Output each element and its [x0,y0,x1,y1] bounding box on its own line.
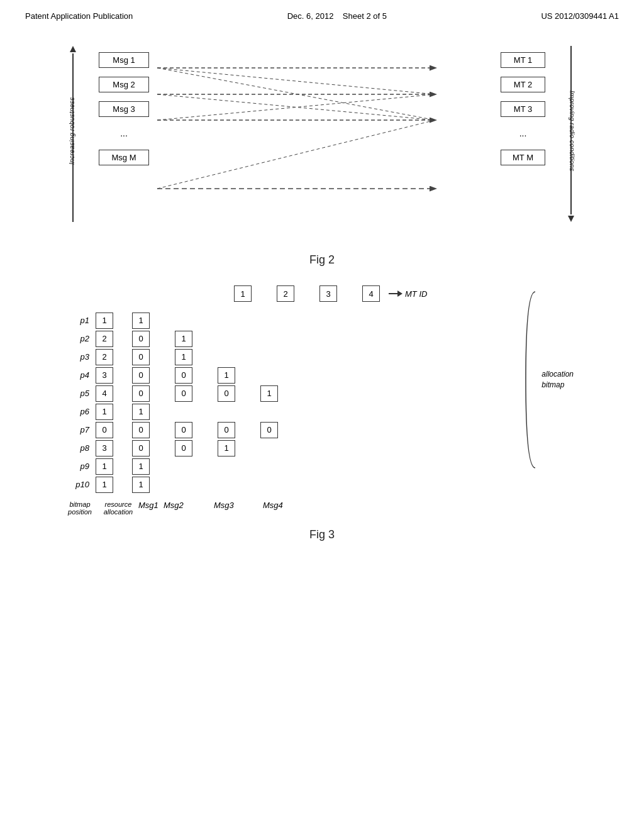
res-cell: 0 [96,422,113,438]
msg1-cell: 1 [132,477,150,493]
msg1-label: Msg1 [138,501,156,510]
fig2-caption: Fig 2 [0,253,644,267]
right-axis-label: Improving radio conditions [566,52,579,209]
msg3-label: Msg3 [214,501,231,510]
svg-line-1 [157,68,435,94]
msg1-cell: 0 [132,440,150,456]
pos-label: p2 [64,334,96,343]
table-row: p1 1 1 [64,312,580,329]
msg4-cell: 0 [260,422,278,438]
fig3-area: 1 2 3 4 MT ID p1 1 1 [64,285,580,516]
res-cell: 1 [96,477,113,493]
msg2-cell: 0 [175,367,192,384]
msg-box-1: Msg 1 [99,52,149,68]
resource-allocation-label: resourceallocation [96,501,138,516]
msg-box-3: Msg 3 [99,101,149,117]
msg2-cell: 0 [175,385,192,402]
res-cell: 3 [96,367,113,384]
msg1-cell: 0 [132,331,150,347]
msg-box-2: Msg 2 [99,77,149,92]
res-cell: 2 [96,349,113,365]
msg3-cell: 1 [218,367,235,384]
mt-box-2: MT 2 [501,77,545,92]
msg3-cell: 0 [218,422,235,438]
msg1-cell: 0 [132,385,150,402]
msg-dots: ... [99,126,149,141]
left-axis-label: Increasing robustness [65,52,78,209]
fig2-diagram: Increasing robustness Improving radio co… [64,46,580,247]
pos-label: p6 [64,407,96,416]
table-row: p2 2 0 1 [64,330,580,347]
mt-id-2: 2 [277,285,294,302]
mt-id-arrow-icon [389,289,402,298]
bitmap-pos-label: bitmapposition [64,501,96,516]
page-header: Patent Application Publication Dec. 6, 2… [0,0,644,21]
down-arrow-icon [568,216,574,222]
pos-label: p10 [64,480,96,489]
table-row: p4 3 0 0 1 [64,367,580,384]
svg-marker-10 [397,290,402,297]
msg2-cell: 1 [175,331,192,347]
msg3-cell: 1 [218,440,235,456]
table-row: p6 1 1 [64,403,580,420]
header-left: Patent Application Publication [25,11,133,21]
pos-label: p8 [64,443,96,453]
allocation-bitmap-bracket: allocationbitmap [523,285,574,474]
res-cell: 4 [96,385,113,402]
pos-label: p4 [64,370,96,380]
msg4-label: Msg4 [263,501,280,510]
mt-dots: ... [501,126,545,141]
res-cell: 2 [96,331,113,347]
fig3-grid: p1 1 1 p2 2 0 1 p3 2 0 1 [64,312,580,494]
pos-label: p3 [64,352,96,362]
msg1-cell: 1 [132,313,150,329]
pos-label: p1 [64,316,96,325]
res-cell: 1 [96,313,113,329]
msg2-cell: 0 [175,440,192,456]
mt-id-arrow: MT ID [389,289,427,299]
msg1-cell: 1 [132,458,150,475]
msg1-cell: 0 [132,422,150,438]
table-row: p9 1 1 [64,458,580,475]
up-arrow-icon [70,46,76,52]
mt-box-1: MT 1 [501,52,545,68]
allocation-bitmap-label: allocationbitmap [541,369,574,390]
table-row: p7 0 0 0 0 0 [64,421,580,438]
svg-line-6 [157,94,435,120]
fig3-caption: Fig 3 [0,528,644,541]
msg1-cell: 0 [132,367,150,384]
svg-line-4 [157,94,435,120]
table-row: p8 3 0 0 1 [64,440,580,456]
msg-box-m: Msg M [99,150,149,165]
res-cell: 3 [96,440,113,456]
svg-line-2 [157,68,435,120]
msg2-cell: 1 [175,349,192,365]
table-row: p3 2 0 1 [64,348,580,365]
msg2-label: Msg2 [164,501,181,510]
res-cell: 1 [96,458,113,475]
mt-id-4: 4 [362,285,380,302]
msg3-cell: 0 [218,385,235,402]
pos-label: p5 [64,389,96,398]
mt-box-m: MT M [501,150,545,165]
mt-box-3: MT 3 [501,101,545,117]
bracket-icon [523,285,541,474]
pos-label: p7 [64,425,96,434]
mt-id-1: 1 [234,285,252,302]
msg2-cell: 0 [175,422,192,438]
svg-line-8 [157,120,435,189]
header-right: US 2012/0309441 A1 [541,11,619,21]
msg1-cell: 1 [132,404,150,420]
res-cell: 1 [96,404,113,420]
msg1-cell: 0 [132,349,150,365]
mt-id-3: 3 [319,285,337,302]
msg4-cell: 1 [260,385,278,402]
table-row: p5 4 0 0 0 1 [64,385,580,402]
pos-label: p9 [64,462,96,471]
col-labels: bitmapposition resourceallocation Msg1 M… [64,501,580,516]
table-row: p10 1 1 [64,476,580,493]
header-center: Dec. 6, 2012 Sheet 2 of 5 [287,11,387,21]
